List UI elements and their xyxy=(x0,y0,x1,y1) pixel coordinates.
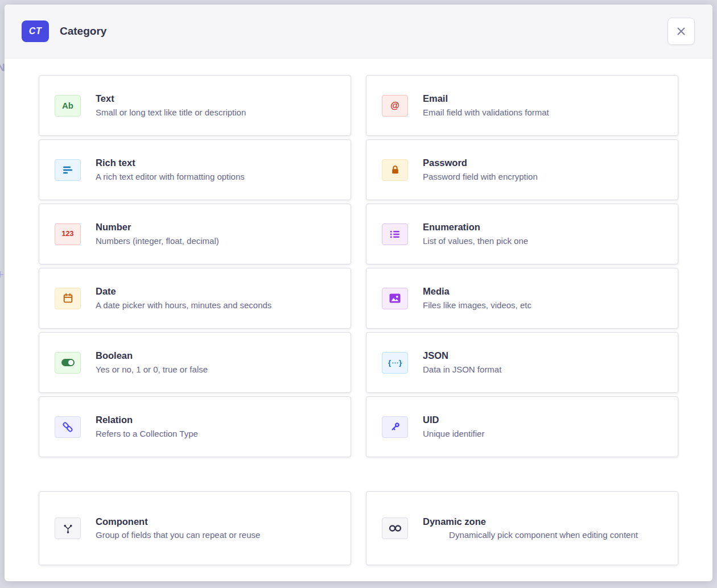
field-title: Text xyxy=(96,93,337,105)
field-description: Password field with encryption xyxy=(423,171,664,183)
password-icon xyxy=(382,159,408,181)
rich-text-icon xyxy=(55,159,81,181)
field-card-date[interactable]: Date A date picker with hours, minutes a… xyxy=(39,268,351,329)
field-title: Media xyxy=(423,285,664,297)
field-title: Boolean xyxy=(96,350,337,362)
field-description: Refers to a Collection Type xyxy=(96,428,337,440)
field-card-text[interactable]: Ab Text Small or long text like title or… xyxy=(39,75,351,136)
field-title: Password xyxy=(423,157,664,169)
field-card-media[interactable]: Media Files like images, videos, etc xyxy=(366,268,678,329)
field-title: Component xyxy=(96,516,337,528)
text-icon: Ab xyxy=(55,95,81,117)
default-fields-grid: Ab Text Small or long text like title or… xyxy=(39,75,678,457)
field-card-component[interactable]: Component Group of fields that you can r… xyxy=(39,491,351,565)
enumeration-icon xyxy=(382,223,408,245)
component-icon xyxy=(55,517,81,539)
field-description: List of values, then pick one xyxy=(423,235,664,247)
number-icon: 123 xyxy=(55,223,81,245)
field-description: Unique identifier xyxy=(423,428,664,440)
field-description: Files like images, videos, etc xyxy=(423,299,664,311)
boolean-icon xyxy=(55,352,81,374)
field-title: Number xyxy=(96,221,337,233)
field-card-email[interactable]: @ Email Email field with validations for… xyxy=(366,75,678,136)
uid-icon xyxy=(382,416,408,438)
relation-icon xyxy=(55,416,81,438)
close-icon xyxy=(675,26,687,37)
screen: N + CT Category Ab Text Small or long te… xyxy=(0,0,717,588)
field-card-uid[interactable]: UID Unique identifier xyxy=(366,396,678,457)
field-title: Date xyxy=(96,285,337,297)
close-button[interactable] xyxy=(667,18,695,45)
field-card-boolean[interactable]: Boolean Yes or no, 1 or 0, true or false xyxy=(39,332,351,393)
custom-fields-grid: Component Group of fields that you can r… xyxy=(39,491,678,565)
media-icon xyxy=(382,288,408,309)
modal-title: Category xyxy=(60,25,106,38)
field-card-relation[interactable]: Relation Refers to a Collection Type xyxy=(39,396,351,457)
date-icon xyxy=(55,288,81,309)
field-description: Email field with validations format xyxy=(423,106,664,118)
json-icon: {⋯} xyxy=(382,352,408,374)
field-title: Relation xyxy=(96,414,337,426)
field-title: Enumeration xyxy=(423,221,664,233)
field-card-enumeration[interactable]: Enumeration List of values, then pick on… xyxy=(366,204,678,264)
field-title: Rich text xyxy=(96,157,337,169)
field-card-password[interactable]: Password Password field with encryption xyxy=(366,139,678,200)
modal-header: CT Category xyxy=(5,5,712,59)
field-description: A date picker with hours, minutes and se… xyxy=(96,299,337,311)
field-description: Dynamically pick component when editing … xyxy=(449,529,638,541)
field-card-number[interactable]: 123 Number Numbers (integer, float, deci… xyxy=(39,204,351,264)
field-title: JSON xyxy=(423,350,664,362)
field-card-dynamiczone[interactable]: Dynamic zone Dynamically pick component … xyxy=(366,491,678,565)
field-card-json[interactable]: {⋯} JSON Data in JSON format xyxy=(366,332,678,393)
field-description: Small or long text like title or descrip… xyxy=(96,106,337,118)
field-type-modal: CT Category Ab Text Small or long text l… xyxy=(5,5,712,581)
field-card-richtext[interactable]: Rich text A rich text editor with format… xyxy=(39,139,351,200)
field-title: UID xyxy=(423,414,664,426)
field-description: Numbers (integer, float, decimal) xyxy=(96,235,337,247)
field-type-list: Ab Text Small or long text like title or… xyxy=(5,59,712,580)
field-description: Data in JSON format xyxy=(423,363,664,375)
field-description: A rich text editor with formatting optio… xyxy=(96,171,337,183)
field-title: Dynamic zone xyxy=(423,516,664,528)
field-description: Group of fields that you can repeat or r… xyxy=(96,529,337,541)
email-icon: @ xyxy=(382,95,408,117)
field-description: Yes or no, 1 or 0, true or false xyxy=(96,363,337,375)
collection-type-badge: CT xyxy=(22,20,49,42)
dynamic-zone-icon xyxy=(382,517,408,539)
backdrop-partial-plus: + xyxy=(0,267,4,282)
field-title: Email xyxy=(423,93,664,105)
